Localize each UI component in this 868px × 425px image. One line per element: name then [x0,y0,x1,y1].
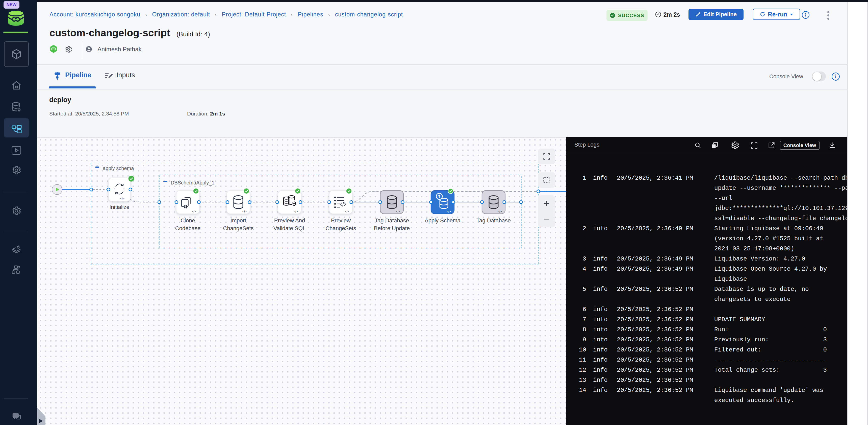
svg-text:</>: </> [192,210,196,213]
svg-text:Import: Import [230,217,246,224]
svg-text:Codebase: Codebase [175,225,200,231]
svg-text:DBSchemaApply_1: DBSchemaApply_1 [171,180,214,186]
svg-text:</>: </> [293,210,298,213]
svg-text:Validate SQL: Validate SQL [273,225,306,231]
svg-text:?: ? [14,413,17,418]
svg-text:Initialize: Initialize [109,204,129,210]
svg-text:apply schema: apply schema [103,166,134,171]
svg-text:Apply Schema: Apply Schema [425,217,461,224]
svg-text:Tag Database: Tag Database [476,217,511,224]
svg-text:</>: </> [242,210,247,213]
svg-text:Preview: Preview [331,217,351,224]
svg-text:Tag Database: Tag Database [375,217,409,224]
svg-text:</>: </> [120,197,124,200]
svg-text:</>: </> [498,210,502,213]
svg-text:</>: </> [345,210,349,213]
svg-text:Preview And: Preview And [274,217,305,224]
svg-text:Before Update: Before Update [374,225,410,231]
svg-text:Clone: Clone [181,217,195,224]
svg-text:</>: </> [396,210,400,213]
svg-text:ChangeSets: ChangeSets [223,225,253,231]
svg-text:ChangeSets: ChangeSets [326,225,356,231]
svg-text:</>: </> [446,210,451,213]
